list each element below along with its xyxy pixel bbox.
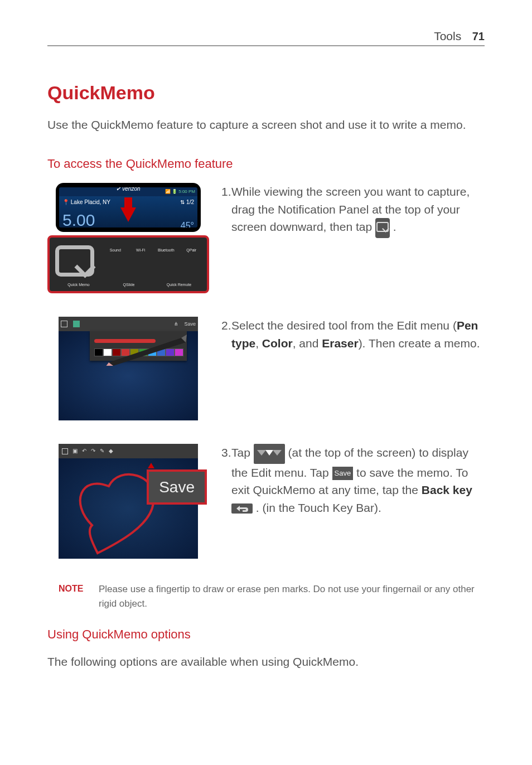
page-title: QuickMemo [47,80,485,106]
toggle-bluetooth: Bluetooth [154,246,178,253]
page-header: Tools 71 [47,28,485,46]
toolbar-save-label: Save [184,321,196,328]
note-text: Please use a fingertip to draw or erase … [99,582,485,611]
toggle-sound: Sound [103,246,128,253]
step-1-number: 1. [221,183,231,201]
step-2: ⋔ Save 2. Select the desired tool from t… [47,317,485,420]
pen-stylus-icon [103,335,187,366]
toggle-quickmemo-label: Quick Memo [54,282,103,288]
toggle-quickremote-label: Quick Remote [154,282,204,288]
step-2-number: 2. [221,317,231,335]
section-access-heading: To access the QuickMemo feature [47,156,485,173]
step-3-number: 3. [221,444,231,462]
quick-settings-panel: Sound Wi-Fi Bluetooth QPair Quick Memo Q… [47,235,209,293]
overlay-icon [62,448,68,454]
save-callout-arrow-icon [148,463,154,468]
save-callout: Save [147,469,207,505]
drag-arrow-head-icon [120,207,136,222]
step-3: ▣ ↶ ↷ ✎ ◆ Save 3. Tap (at the top of the… [47,444,485,559]
status-time: 5:00 PM [178,189,195,194]
section-options-heading: Using QuickMemo options [47,626,485,643]
back-key-icon [231,503,253,514]
quickmemo-icon [55,245,94,277]
edit-toolbar: ⋔ Save [59,317,198,331]
step-3-text: 3. Tap (at the top of the screen) to dis… [231,444,485,516]
pen-icon: ✎ [100,447,104,455]
carrier-label: ✔ verizon [116,187,140,193]
collapsed-toolbar: ▣ ↶ ↷ ✎ ◆ [59,444,198,458]
temperature: 45° [181,220,194,227]
toggle-wifi: Wi-Fi [129,246,153,253]
header-section: Tools [434,30,461,42]
pen-popup [90,331,187,361]
redo-icon: ↷ [91,447,95,455]
overlay-icon [61,321,67,327]
page-counter: ⇅ 1/2 [180,198,194,206]
phone-frame: 📶 🔋 5:00 PM ✔ verizon 📍 Lake Placid, NY … [56,183,201,232]
edit-screen: ⋔ Save [59,317,198,420]
header-page-number: 71 [472,30,485,42]
note-block: NOTE Please use a fingertip to draw or e… [47,582,485,611]
save-button-chip: Save [332,467,354,480]
share-icon: ⋔ [174,321,178,328]
status-icons: 📶 🔋 [165,189,178,194]
clock-time: 5.00 [62,209,95,227]
expand-menu-icon [254,444,285,464]
options-intro: The following options are available when… [47,653,485,670]
note-label: NOTE [47,582,99,595]
memo-canvas: Save [59,458,198,559]
toggle-qpair: QPair [180,246,204,253]
step-1-text: 1. While viewing the screen you want to … [231,183,485,238]
step-1: 📶 🔋 5:00 PM ✔ verizon 📍 Lake Placid, NY … [47,183,485,293]
figure-3: ▣ ↶ ↷ ✎ ◆ Save [47,444,209,559]
intro-text: Use the QuickMemo feature to capture a s… [47,117,485,133]
lockscreen: ✔ verizon 📍 Lake Placid, NY ⇅ 1/2 5.00 4… [59,196,197,227]
layers-icon: ▣ [72,447,78,455]
step-2-text: 2. Select the desired tool from the Edit… [231,317,485,352]
svg-marker-0 [109,338,186,366]
eraser-icon: ◆ [109,447,113,455]
toggle-qslide-label: QSlide [104,282,153,288]
location-label: 📍 Lake Placid, NY [62,198,110,206]
undo-icon: ↶ [82,447,86,455]
memo-screen: ▣ ↶ ↷ ✎ ◆ Save [59,444,198,559]
figure-1: 📶 🔋 5:00 PM ✔ verizon 📍 Lake Placid, NY … [47,183,209,293]
figure-2: ⋔ Save [47,317,209,420]
quickmemo-inline-icon [375,218,390,238]
layers-icon [73,321,80,327]
